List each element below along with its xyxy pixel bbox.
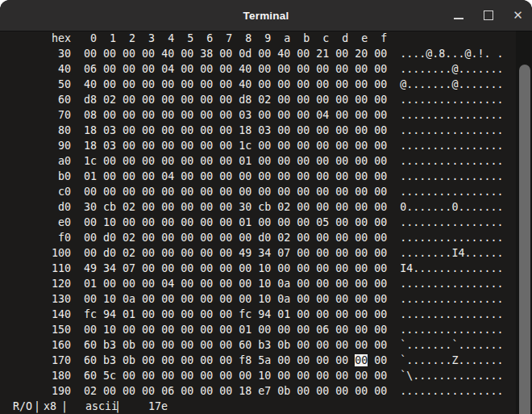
hex-row-150[interactable]: 150 00 10 00 00 00 00 00 00 01 00 00 00 … [0, 322, 532, 337]
maximize-button[interactable] [477, 0, 499, 31]
hex-row-160[interactable]: 160 60 b3 0b 00 00 00 00 00 60 b3 0b 00 … [0, 337, 532, 353]
hex-row-b0[interactable]: b0 01 00 00 00 04 00 00 00 00 00 00 00 0… [0, 169, 532, 184]
hex-editor: hex 0 1 2 3 4 5 6 7 8 9 a b c d e f 30 0… [0, 31, 532, 414]
scrollbar-thumb[interactable] [519, 65, 530, 414]
minimize-icon [454, 18, 463, 19]
hex-row-70[interactable]: 70 08 00 00 00 00 00 00 00 03 00 00 00 0… [0, 107, 532, 123]
hex-row-90[interactable]: 90 18 03 00 00 00 00 00 00 1c 00 00 00 0… [0, 138, 532, 153]
hex-rows: 30 00 00 00 00 40 00 38 00 0d 00 40 00 2… [0, 46, 532, 399]
close-icon: ✕ [513, 10, 523, 22]
status-bar: R/O | x8 | ascii | 17e [0, 399, 532, 414]
hex-column-header: hex 0 1 2 3 4 5 6 7 8 9 a b c d e f [0, 31, 532, 46]
hex-row-f0[interactable]: f0 00 d0 02 00 00 00 00 00 00 d0 02 00 0… [0, 230, 532, 245]
status-format: x8 [44, 399, 56, 414]
close-button[interactable]: ✕ [507, 0, 529, 31]
hex-row-a0[interactable]: a0 1c 00 00 00 00 00 00 00 01 00 00 00 0… [0, 153, 532, 169]
hex-row-d0[interactable]: d0 30 cb 02 00 00 00 00 00 30 cb 02 00 0… [0, 199, 532, 215]
hex-row-100[interactable]: 100 00 d0 02 00 00 00 00 00 49 34 07 00 … [0, 245, 532, 261]
hex-row-130[interactable]: 130 00 10 0a 00 00 00 00 00 00 10 0a 00 … [0, 291, 532, 307]
titlebar[interactable]: Terminal ✕ [0, 0, 532, 31]
cursor-byte[interactable]: 00 [355, 354, 368, 366]
hex-row-80[interactable]: 80 18 03 00 00 00 00 00 00 18 03 00 00 0… [0, 123, 532, 138]
hex-row-c0[interactable]: c0 00 00 00 00 00 00 00 00 00 00 00 00 0… [0, 184, 532, 199]
terminal-window: Terminal ✕ hex 0 1 2 3 4 5 6 7 8 9 a b c… [0, 0, 532, 414]
hex-row-120[interactable]: 120 01 00 00 00 04 00 00 00 00 10 0a 00 … [0, 276, 532, 291]
status-mode: R/O [13, 399, 32, 414]
hex-row-30[interactable]: 30 00 00 00 00 40 00 38 00 0d 00 40 00 2… [0, 46, 532, 61]
hex-row-170[interactable]: 170 60 b3 0b 00 00 00 00 00 f8 5a 00 00 … [0, 353, 532, 368]
status-separator: | [114, 399, 121, 414]
status-separator: | [34, 399, 40, 414]
hex-row-110[interactable]: 110 49 34 07 00 00 00 00 00 00 10 00 00 … [0, 261, 532, 276]
hex-row-40[interactable]: 40 06 00 00 00 04 00 00 00 40 00 00 00 0… [0, 61, 532, 77]
minimize-button[interactable] [447, 0, 469, 31]
status-separator: | [61, 399, 68, 414]
hex-row-50[interactable]: 50 40 00 00 00 00 00 00 00 40 00 00 00 0… [0, 77, 532, 92]
hex-row-140[interactable]: 140 fc 94 01 00 00 00 00 00 fc 94 01 00 … [0, 307, 532, 322]
maximize-icon [484, 10, 493, 20]
status-cursor-offset: 17e [148, 399, 168, 414]
hex-row-60[interactable]: 60 d8 02 00 00 00 00 00 00 d8 02 00 00 0… [0, 92, 532, 107]
scrollbar-track[interactable] [516, 31, 532, 414]
status-encoding: ascii [85, 399, 118, 414]
hex-row-190[interactable]: 190 02 00 00 00 06 00 00 00 18 e7 0b 00 … [0, 383, 532, 399]
hex-row-e0[interactable]: e0 00 10 00 00 00 00 00 00 01 00 00 00 0… [0, 215, 532, 230]
hex-row-180[interactable]: 180 60 5c 00 00 00 00 00 00 00 10 00 00 … [0, 368, 532, 383]
window-title: Terminal [243, 10, 289, 22]
